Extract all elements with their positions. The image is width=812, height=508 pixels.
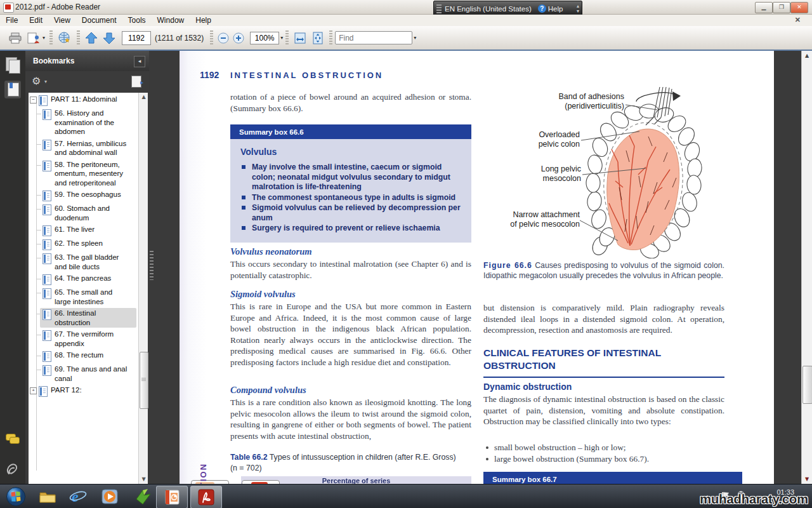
scroll-up-icon[interactable]: ▲ xyxy=(802,51,812,60)
collapse-expander-icon[interactable]: − xyxy=(30,97,37,104)
share-dropdown-caret-icon[interactable]: ▾ xyxy=(43,35,45,41)
scroll-down-icon[interactable]: ▼ xyxy=(802,474,812,484)
taskbar-explorer-button[interactable] xyxy=(37,486,58,507)
language-bar-options-icon[interactable]: ▴▾ xyxy=(577,4,579,14)
taskbar-ie-button[interactable]: e xyxy=(67,486,89,507)
bookmarks-scrollbar-thumb[interactable] xyxy=(140,352,148,409)
fit-width-button[interactable] xyxy=(293,31,307,45)
bookmark-ch63[interactable]: 63. The gall bladder and bile ducts xyxy=(29,251,138,272)
bookmark-label[interactable]: 59. The oesophagus xyxy=(55,190,121,199)
bookmark-label[interactable]: 61. The liver xyxy=(55,225,95,234)
toolbar: ▾ (1211 of 1532) 100% ▾ ▾ xyxy=(0,26,812,50)
zoom-out-button[interactable] xyxy=(218,32,229,44)
bookmark-label[interactable]: 66. Intestinal obstruction xyxy=(55,309,129,327)
find-input[interactable] xyxy=(335,31,412,44)
bookmark-label[interactable]: 63. The gall bladder and bile ducts xyxy=(55,253,129,271)
scroll-down-icon[interactable]: ▼ xyxy=(139,475,148,484)
bookmark-ch59[interactable]: 59. The oesophagus xyxy=(29,189,138,203)
find-dropdown-caret-icon[interactable]: ▾ xyxy=(414,35,416,41)
help-icon[interactable]: ? xyxy=(538,4,546,13)
bookmark-label[interactable]: 65. The small and large intestines xyxy=(55,288,129,306)
document-scrollbar-thumb[interactable] xyxy=(802,366,812,404)
taskbar-powerpoint-button[interactable] xyxy=(156,486,188,508)
expand-expander-icon[interactable]: + xyxy=(30,387,37,394)
menu-file[interactable]: File xyxy=(0,16,23,25)
next-page-button[interactable] xyxy=(102,31,116,45)
bookmark-part-12[interactable]: + PART 12: xyxy=(29,384,138,398)
adobe-reader-window: 2012.pdf - Adobe Reader ▁ ❐ ✕ EN English… xyxy=(0,0,812,508)
title-bar[interactable]: 2012.pdf - Adobe Reader ▁ ❐ ✕ EN English… xyxy=(0,0,812,15)
share-document-button[interactable]: ▾ xyxy=(26,32,45,44)
previous-page-button[interactable] xyxy=(84,31,98,45)
bookmark-ch64[interactable]: 64. The pancreas xyxy=(29,272,138,286)
drag-grip-icon[interactable] xyxy=(436,4,442,13)
page-number-input[interactable] xyxy=(122,31,151,45)
bookmark-ch56[interactable]: 56. History and examination of the abdom… xyxy=(29,107,138,138)
taskbar-idm-button[interactable] xyxy=(132,486,154,507)
close-button[interactable]: ✕ xyxy=(790,2,808,13)
bookmark-icon xyxy=(43,330,51,341)
language-label[interactable]: EN English (United States) xyxy=(445,5,532,13)
bookmark-label[interactable]: PART 11: Abdominal xyxy=(51,95,117,104)
collaborate-button[interactable] xyxy=(57,31,72,45)
menu-document[interactable]: Document xyxy=(76,16,122,25)
go-to-bookmark-icon[interactable]: ▸ xyxy=(131,76,141,88)
figure-label: Overloaded pelvic colon xyxy=(518,130,580,149)
attachments-panel-button[interactable] xyxy=(4,461,21,479)
scroll-up-icon[interactable]: ▲ xyxy=(139,93,148,102)
options-gear-icon[interactable]: ⚙ xyxy=(32,75,41,87)
bookmark-ch67[interactable]: 67. The vermiform appendix xyxy=(29,328,138,349)
document-scrollbar[interactable]: ▲ ▼ xyxy=(801,51,812,484)
menu-edit[interactable]: Edit xyxy=(23,16,48,25)
bookmark-icon xyxy=(43,239,51,250)
bookmark-part-11[interactable]: − PART 11: Abdominal xyxy=(29,93,138,107)
zoom-dropdown-caret-icon[interactable]: ▾ xyxy=(280,35,283,41)
maximize-button[interactable]: ❐ xyxy=(773,2,790,13)
bookmark-ch68[interactable]: 68. The rectum xyxy=(29,349,138,363)
bookmark-ribbon-icon xyxy=(10,83,13,88)
bookmark-label[interactable]: 69. The anus and anal canal xyxy=(55,364,129,383)
bookmark-label[interactable]: 67. The vermiform appendix xyxy=(55,330,129,348)
bookmarks-scrollbar[interactable]: ▲ ▼ xyxy=(138,93,148,484)
section-heading: Sigmoid volvulus xyxy=(230,289,471,300)
bookmark-ch61[interactable]: 61. The liver xyxy=(29,224,138,237)
taskbar-wmp-button[interactable] xyxy=(99,486,121,507)
bookmark-ch58[interactable]: 58. The peritoneum, omentum, mesentery a… xyxy=(29,159,138,189)
panel-splitter-grip[interactable] xyxy=(150,251,154,280)
bookmark-ch60[interactable]: 60. Stomach and duodenum xyxy=(29,203,138,224)
bookmark-label[interactable]: 62. The spleen xyxy=(55,239,103,248)
menu-help[interactable]: Help xyxy=(190,16,217,25)
figure-label: Band of adhesions (peridiverticulitis) xyxy=(518,92,624,111)
bookmark-ch66-selected[interactable]: 66. Intestinal obstruction xyxy=(29,307,138,328)
bookmark-label[interactable]: 56. History and examination of the abdom… xyxy=(55,109,129,137)
collapse-panel-button[interactable]: ◂ xyxy=(134,56,145,67)
menu-window[interactable]: Window xyxy=(152,16,190,25)
bookmark-label[interactable]: PART 12: xyxy=(51,385,82,395)
bookmark-label[interactable]: 68. The rectum xyxy=(55,351,103,360)
bookmark-label[interactable]: 57. Hernias, umbilicus and abdominal wal… xyxy=(55,139,129,157)
zoom-level-box[interactable]: 100% xyxy=(250,32,279,44)
bookmarks-panel-button[interactable] xyxy=(4,81,21,98)
page-thumbnails-panel-button[interactable] xyxy=(4,56,21,74)
print-button[interactable] xyxy=(8,32,22,44)
zoom-in-button[interactable] xyxy=(233,32,244,44)
start-button[interactable] xyxy=(5,486,27,507)
fit-page-button[interactable] xyxy=(311,31,325,45)
bookmark-ch65[interactable]: 65. The small and large intestines xyxy=(29,286,138,307)
menu-view[interactable]: View xyxy=(48,16,76,25)
page-count-label: (1211 of 1532) xyxy=(155,34,204,43)
taskbar-adobe-reader-button[interactable] xyxy=(190,486,222,508)
menubar-close-icon[interactable]: ✕ xyxy=(795,16,801,24)
options-caret-icon[interactable]: ▾ xyxy=(44,79,47,84)
summary-bullet: May involve the small intestine, caecum … xyxy=(252,163,461,192)
bookmark-label[interactable]: 58. The peritoneum, omentum, mesentery a… xyxy=(55,160,129,188)
bookmark-ch57[interactable]: 57. Hernias, umbilicus and abdominal wal… xyxy=(29,138,138,159)
minimize-button[interactable]: ▁ xyxy=(755,2,773,13)
menu-tools[interactable]: Tools xyxy=(122,16,152,25)
bookmark-ch69[interactable]: 69. The anus and anal canal xyxy=(29,363,138,384)
bookmark-label[interactable]: 64. The pancreas xyxy=(55,274,111,283)
comments-panel-button[interactable] xyxy=(4,431,21,448)
language-help-label[interactable]: Help xyxy=(548,5,563,13)
bookmark-label[interactable]: 60. Stomach and duodenum xyxy=(55,204,129,222)
bookmark-ch62[interactable]: 62. The spleen xyxy=(29,237,138,251)
